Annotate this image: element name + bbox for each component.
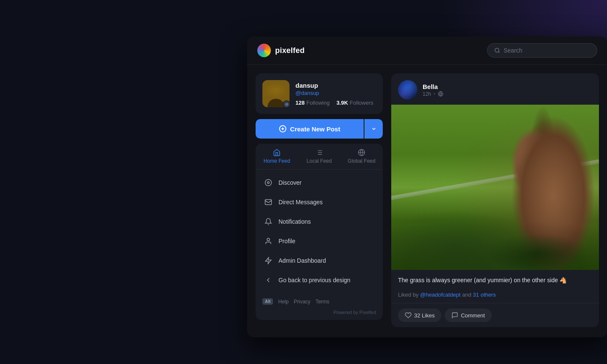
home-feed-label: Home Feed — [264, 158, 290, 164]
globe-visibility-icon — [438, 91, 443, 97]
list-icon — [315, 149, 323, 156]
followers-stat: 3.9K Followers — [337, 100, 373, 106]
post-caption: The grass is always greener (and yummier… — [398, 276, 592, 285]
profile-card: ⚙ dansup @dansup 128 Following 3.9K Foll… — [256, 73, 383, 114]
like-button[interactable]: 32 Likes — [398, 308, 441, 322]
post-dot: • — [434, 92, 435, 96]
admin-dashboard-label: Admin Dashboard — [278, 257, 326, 264]
app-container: pixelfed ⚙ dansup @dansup — [247, 36, 607, 337]
liked-by-others[interactable]: 31 others — [473, 292, 496, 298]
followers-count: 3.9K — [337, 100, 348, 106]
plus-circle-icon — [279, 125, 287, 133]
discover-label: Discover — [278, 179, 301, 186]
nav-items-list: Discover Direct Messages — [256, 169, 383, 293]
sidebar-item-admin-dashboard[interactable]: Admin Dashboard — [256, 251, 383, 270]
search-bar[interactable] — [487, 43, 597, 58]
alt-badge: Alt — [262, 298, 273, 305]
privacy-link[interactable]: Privacy — [294, 299, 310, 305]
pixelfed-logo-icon — [257, 44, 271, 57]
direct-messages-label: Direct Messages — [278, 199, 323, 206]
powered-by: Powered by Pixelfed — [334, 310, 376, 315]
tab-global-feed[interactable]: Global Feed — [340, 144, 383, 169]
comment-label: Comment — [461, 312, 484, 319]
sidebar-item-direct-messages[interactable]: Direct Messages — [256, 192, 383, 212]
header: pixelfed — [247, 36, 607, 65]
profile-info: dansup @dansup 128 Following 3.9K Follow… — [295, 82, 376, 106]
sidebar-item-profile[interactable]: Profile — [256, 231, 383, 251]
post-image — [391, 105, 599, 270]
svg-point-12 — [267, 238, 270, 241]
local-feed-label: Local Feed — [306, 158, 331, 164]
left-panel: ⚙ dansup @dansup 128 Following 3.9K Foll… — [247, 65, 391, 337]
post-card: Bella 12h • — [391, 73, 599, 327]
profile-label: Profile — [278, 238, 295, 245]
post-header: Bella 12h • — [391, 73, 599, 105]
feed-tabs: Home Feed Local Feed — [256, 144, 383, 169]
like-count: 32 Likes — [414, 312, 434, 319]
discover-icon — [264, 178, 273, 187]
svg-marker-13 — [265, 258, 271, 264]
app-name: pixelfed — [275, 46, 305, 55]
main-content: ⚙ dansup @dansup 128 Following 3.9K Foll… — [247, 65, 607, 337]
notifications-icon — [264, 217, 273, 226]
back-icon — [264, 276, 273, 284]
post-actions: 32 Likes Comment — [391, 303, 599, 327]
heart-icon — [405, 312, 412, 319]
followers-label: Followers — [350, 100, 373, 106]
sidebar-item-notifications[interactable]: Notifications — [256, 212, 383, 231]
create-post-wrapper: Create New Post — [256, 119, 383, 139]
following-count: 128 — [295, 100, 305, 106]
previous-design-label: Go back to previous design — [278, 277, 351, 283]
liked-by: Liked by @headofcatdept and 31 others — [391, 290, 599, 303]
search-input[interactable] — [504, 47, 590, 54]
post-author-avatar — [398, 80, 418, 100]
profile-handle[interactable]: @dansup — [295, 90, 376, 96]
profile-name: dansup — [295, 82, 376, 89]
chevron-down-icon — [371, 126, 377, 132]
tab-local-feed[interactable]: Local Feed — [298, 144, 340, 169]
create-post-dropdown-button[interactable] — [365, 119, 383, 139]
footer-links: Alt Help Privacy Terms Powered by Pixelf… — [256, 293, 383, 320]
help-link[interactable]: Help — [278, 299, 289, 305]
post-time: 12h — [423, 91, 431, 97]
post-content: The grass is always greener (and yummier… — [391, 270, 599, 290]
global-feed-label: Global Feed — [348, 158, 375, 164]
tab-home-feed[interactable]: Home Feed — [256, 144, 298, 169]
svg-point-0 — [495, 48, 499, 52]
profile-stats: 128 Following 3.9K Followers — [295, 100, 376, 106]
right-panel: Bella 12h • — [391, 65, 607, 337]
notifications-label: Notifications — [278, 218, 311, 225]
sidebar-item-previous-design[interactable]: Go back to previous design — [256, 270, 383, 290]
comment-button[interactable]: Comment — [445, 308, 491, 322]
svg-point-9 — [265, 180, 272, 186]
avatar-badge-icon: ⚙ — [284, 101, 290, 107]
post-image-visual — [391, 105, 599, 270]
globe-icon — [358, 149, 365, 156]
following-stat: 128 Following — [295, 100, 330, 106]
create-post-label: Create New Post — [290, 125, 340, 133]
profile-icon — [264, 237, 273, 245]
post-author-name[interactable]: Bella — [423, 83, 592, 90]
messages-icon — [264, 198, 273, 206]
admin-icon — [264, 256, 273, 265]
svg-rect-11 — [265, 200, 272, 205]
comment-icon — [451, 312, 458, 319]
avatar-wrapper: ⚙ — [262, 80, 290, 107]
logo-area: pixelfed — [257, 44, 305, 57]
following-label: Following — [306, 100, 330, 106]
nav-panel: Home Feed Local Feed — [256, 144, 383, 320]
terms-link[interactable]: Terms — [315, 299, 329, 305]
search-icon — [494, 47, 500, 53]
post-author-info: Bella 12h • — [423, 83, 592, 97]
avatar-badge: ⚙ — [283, 100, 290, 108]
sidebar-item-discover[interactable]: Discover — [256, 173, 383, 192]
home-icon — [273, 149, 281, 156]
post-meta: 12h • — [423, 91, 592, 97]
liked-by-user[interactable]: @headofcatdept — [420, 292, 461, 298]
svg-point-10 — [267, 182, 270, 184]
create-post-button[interactable]: Create New Post — [256, 119, 364, 139]
